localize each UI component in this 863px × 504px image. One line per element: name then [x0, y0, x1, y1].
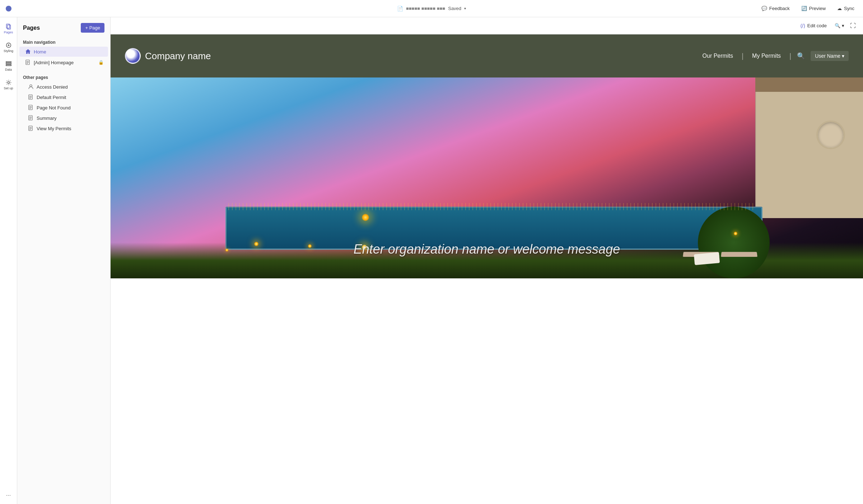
my-permits-nav-item[interactable]: My Permits — [746, 50, 787, 62]
other-pages-section: Other pages Access Denied Default Permit — [17, 72, 110, 134]
edit-code-button[interactable]: ⟨/⟩ Edit code — [797, 22, 830, 30]
setup-icon — [5, 79, 12, 86]
page-item-summary[interactable]: Summary — [19, 113, 108, 123]
site-nav: Our Permits | My Permits | 🔍 User Name ▾ — [697, 49, 849, 63]
page-icon — [25, 60, 31, 65]
site-header: Company name Our Permits | My Permits | … — [111, 34, 863, 77]
styling-icon — [5, 42, 12, 48]
admin-homepage-label: [Admin] Homepage — [34, 60, 95, 65]
main-layout: Pages Styling Data Set up ··· — [0, 17, 863, 504]
page-doc-icon-2 — [28, 105, 34, 110]
icon-sidebar: Pages Styling Data Set up ··· — [0, 17, 17, 504]
canvas-frame: Company name Our Permits | My Permits | … — [111, 34, 863, 504]
svg-point-11 — [30, 85, 32, 87]
canvas-toolbar: ⟨/⟩ Edit code 🔍 ▾ ⛶ — [111, 17, 863, 34]
site-logo-icon — [125, 48, 141, 64]
add-page-button[interactable]: + Page — [81, 23, 104, 33]
site-logo-text: Company name — [145, 51, 211, 62]
svg-rect-1 — [7, 25, 10, 29]
feedback-icon: 💬 — [761, 6, 767, 11]
app-name: ■■■■■ ■■■■■ ■■■ — [406, 6, 445, 11]
sidebar-item-styling[interactable]: Styling — [1, 39, 16, 56]
hero-building-roof — [755, 77, 863, 92]
page-doc-icon — [28, 94, 34, 100]
summary-label: Summary — [37, 116, 104, 121]
our-permits-nav-item[interactable]: Our Permits — [697, 50, 739, 62]
site-hero: Enter organization name or welcome messa… — [111, 77, 863, 278]
sync-icon: ☁ — [837, 6, 842, 11]
app-title-group: 📄 ■■■■■ ■■■■■ ■■■ Saved ▾ — [397, 6, 466, 11]
hero-message[interactable]: Enter organization name or welcome messa… — [354, 242, 620, 256]
page-item-default-permit[interactable]: Default Permit — [19, 92, 108, 102]
pages-panel-title: Pages — [23, 25, 40, 31]
pages-label: Pages — [4, 30, 13, 34]
top-bar-center: 📄 ■■■■■ ■■■■■ ■■■ Saved ▾ — [397, 6, 466, 11]
nav-divider-2: | — [789, 52, 791, 60]
setup-label: Set up — [4, 86, 13, 90]
svg-rect-5 — [6, 65, 11, 66]
pages-panel-header: Pages + Page — [17, 17, 110, 37]
page-doc-icon-4 — [28, 126, 34, 131]
app-icon — [6, 6, 11, 11]
view-my-permits-label: View My Permits — [37, 126, 104, 131]
svg-rect-3 — [6, 62, 11, 63]
vscode-icon: ⟨/⟩ — [800, 23, 805, 29]
more-options-button[interactable]: ··· — [1, 490, 16, 501]
canvas-wrapper: Company name Our Permits | My Permits | … — [111, 34, 863, 504]
user-menu[interactable]: User Name ▾ — [811, 51, 849, 61]
hero-building — [755, 77, 863, 218]
light-4 — [734, 232, 737, 235]
top-bar: 📄 ■■■■■ ■■■■■ ■■■ Saved ▾ 💬 Feedback 🔄 P… — [0, 0, 863, 17]
page-not-found-label: Page Not Found — [37, 105, 104, 110]
page-item-access-denied[interactable]: Access Denied — [19, 82, 108, 92]
top-bar-left — [6, 6, 11, 11]
data-icon — [5, 61, 12, 67]
more-dots-icon: ··· — [6, 492, 11, 499]
page-item-view-my-permits[interactable]: View My Permits — [19, 123, 108, 133]
city-lights — [225, 203, 755, 210]
zoom-icon: 🔍 — [835, 23, 840, 28]
page-item-admin-homepage[interactable]: [Admin] Homepage 🔒 — [19, 57, 108, 67]
expand-button[interactable]: ⛶ — [849, 21, 857, 30]
edit-code-label: Edit code — [807, 23, 827, 28]
zoom-controls[interactable]: 🔍 ▾ — [835, 23, 844, 28]
data-label: Data — [5, 68, 12, 71]
other-pages-section-label: Other pages — [17, 72, 110, 81]
feedback-button[interactable]: 💬 Feedback — [759, 4, 793, 13]
zoom-dropdown-icon: ▾ — [842, 23, 844, 28]
user-icon — [28, 84, 34, 90]
pages-icon — [5, 23, 12, 30]
page-item-home[interactable]: Home ··· — [19, 47, 108, 57]
sidebar-item-setup[interactable]: Set up — [1, 76, 16, 93]
top-bar-right: 💬 Feedback 🔄 Preview ☁ Sync — [759, 4, 857, 13]
sidebar-item-pages[interactable]: Pages — [1, 20, 16, 37]
hero-oval-window — [816, 121, 845, 149]
page-doc-icon-3 — [28, 115, 34, 121]
hero-overlay: Enter organization name or welcome messa… — [111, 242, 863, 278]
user-name: User Name ▾ — [815, 53, 844, 59]
feedback-label: Feedback — [769, 6, 790, 11]
nav-divider: | — [742, 52, 743, 60]
pages-panel: Pages + Page Main navigation Home ··· [A… — [17, 17, 111, 504]
saved-status: Saved — [448, 6, 461, 11]
site-logo: Company name — [125, 48, 682, 64]
search-icon[interactable]: 🔍 — [794, 49, 808, 63]
sync-label: Sync — [844, 6, 854, 11]
home-icon — [25, 49, 31, 55]
expand-icon: ⛶ — [850, 23, 856, 29]
svg-rect-0 — [6, 24, 9, 28]
hero-pool-light — [362, 214, 369, 221]
lock-icon: 🔒 — [98, 60, 104, 65]
sync-button[interactable]: ☁ Sync — [834, 4, 857, 13]
page-item-page-not-found[interactable]: Page Not Found — [19, 103, 108, 113]
title-dropdown-icon[interactable]: ▾ — [464, 6, 466, 10]
preview-icon: 🔄 — [801, 6, 807, 11]
sidebar-item-data[interactable]: Data — [1, 57, 16, 75]
default-permit-label: Default Permit — [37, 95, 104, 100]
app-file-icon: 📄 — [397, 6, 403, 11]
preview-button[interactable]: 🔄 Preview — [798, 4, 829, 13]
home-page-label: Home — [34, 49, 97, 55]
svg-point-6 — [8, 81, 9, 83]
content-area: ⟨/⟩ Edit code 🔍 ▾ ⛶ Company name — [111, 17, 863, 504]
svg-rect-4 — [6, 63, 11, 64]
